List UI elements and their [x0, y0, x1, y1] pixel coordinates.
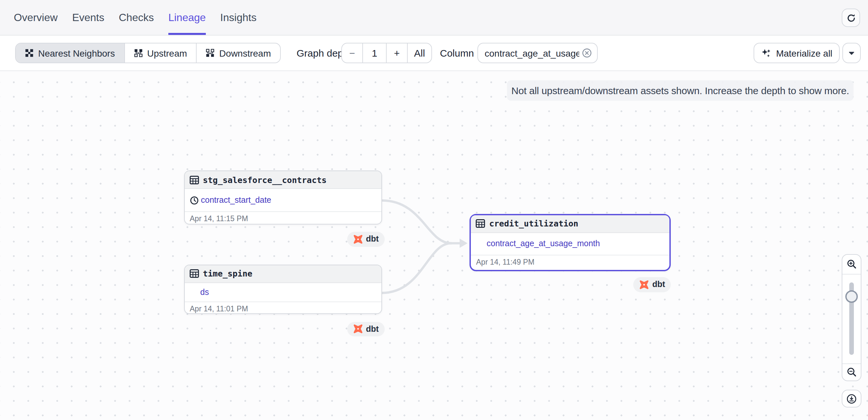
lineage-toolbar: Nearest Neighbors Upstream Downstream Gr… — [0, 35, 868, 71]
zoom-out-icon — [847, 367, 857, 377]
column-filter-pill[interactable]: contract_age_at_usage_ — [477, 43, 598, 63]
materialize-dropdown-button[interactable] — [842, 43, 861, 63]
tab-lineage[interactable]: Lineage — [168, 0, 206, 35]
zoom-in-icon — [847, 259, 857, 269]
dbt-badge: dbt — [347, 232, 385, 247]
nearest-neighbors-icon — [25, 49, 34, 57]
downstream-icon — [206, 49, 215, 57]
dbt-badge-label: dbt — [366, 325, 379, 334]
depth-increment-button[interactable]: + — [386, 44, 408, 62]
view-mode-label: Downstream — [219, 48, 271, 58]
node-timestamp: Apr 14, 11:49 PM — [471, 254, 670, 269]
sparkles-icon — [761, 48, 771, 58]
node-title: stg_salesforce__contracts — [203, 175, 327, 185]
zoom-slider-handle[interactable] — [845, 290, 858, 303]
column-filter-value: contract_age_at_usage_ — [485, 48, 579, 58]
dbt-logo-icon — [353, 234, 363, 244]
node-time-spine[interactable]: time_spine ds Apr 14, 11:01 PM — [184, 264, 382, 314]
table-icon — [475, 219, 485, 228]
view-mode-group: Nearest Neighbors Upstream Downstream — [15, 43, 281, 63]
node-column-row[interactable]: ds — [184, 283, 381, 302]
download-image-button[interactable] — [842, 390, 861, 408]
dbt-badge-label: dbt — [366, 235, 379, 244]
dbt-badge-label: dbt — [652, 280, 665, 289]
view-mode-downstream[interactable]: Downstream — [197, 44, 280, 62]
tab-events[interactable]: Events — [72, 0, 104, 35]
depth-notice: Not all upstream/downstream assets shown… — [507, 80, 854, 101]
node-header[interactable]: credit_utilization — [471, 215, 670, 233]
node-header[interactable]: time_spine — [184, 265, 381, 283]
table-icon — [189, 269, 199, 278]
node-column-row[interactable]: contract_age_at_usage_month — [471, 233, 670, 254]
view-mode-nearest-neighbors[interactable]: Nearest Neighbors — [16, 44, 125, 62]
view-mode-label: Nearest Neighbors — [38, 48, 115, 58]
view-mode-label: Upstream — [147, 48, 187, 58]
refresh-icon — [846, 13, 856, 23]
zoom-out-button[interactable] — [842, 363, 861, 381]
column-name[interactable]: contract_age_at_usage_month — [487, 239, 600, 248]
download-icon — [846, 393, 857, 404]
node-header[interactable]: stg_salesforce__contracts — [184, 171, 381, 189]
chevron-down-icon — [848, 51, 855, 55]
column-name[interactable]: ds — [200, 288, 209, 297]
node-credit-utilization[interactable]: credit_utilization contract_age_at_usage… — [469, 214, 671, 271]
zoom-slider[interactable] — [842, 275, 861, 363]
view-mode-upstream[interactable]: Upstream — [125, 44, 197, 62]
depth-decrement-button[interactable]: − — [342, 44, 363, 62]
upstream-icon — [134, 49, 143, 57]
depth-all-button[interactable]: All — [408, 44, 431, 62]
depth-value[interactable]: 1 — [363, 44, 386, 62]
node-column-row[interactable]: contract_start_date — [184, 189, 381, 211]
table-icon — [189, 175, 199, 185]
node-title: credit_utilization — [489, 219, 578, 228]
materialize-all-label: Materialize all — [776, 48, 832, 58]
lineage-edges — [0, 71, 868, 420]
dbt-logo-icon — [353, 324, 363, 334]
node-stg-salesforce-contracts[interactable]: stg_salesforce__contracts contract_start… — [184, 170, 382, 224]
graph-depth-stepper: − 1 + All — [341, 43, 432, 63]
zoom-in-button[interactable] — [842, 255, 861, 275]
clock-icon — [190, 196, 198, 204]
tab-checks[interactable]: Checks — [119, 0, 154, 35]
node-title: time_spine — [203, 269, 252, 278]
column-label: Column — [440, 43, 474, 63]
node-timestamp: Apr 14, 11:15 PM — [184, 211, 381, 225]
refresh-button[interactable] — [842, 8, 860, 27]
column-name[interactable]: contract_start_date — [201, 196, 271, 205]
zoom-panel — [842, 254, 861, 381]
materialize-all-button[interactable]: Materialize all — [753, 43, 840, 63]
node-timestamp: Apr 14, 11:01 PM — [184, 302, 381, 315]
clear-column-icon[interactable] — [582, 48, 592, 58]
dbt-badge: dbt — [347, 321, 385, 336]
tab-overview[interactable]: Overview — [14, 0, 58, 35]
tab-insights[interactable]: Insights — [220, 0, 256, 35]
dbt-badge: dbt — [633, 277, 671, 292]
top-nav: Overview Events Checks Lineage Insights — [0, 0, 868, 35]
dbt-logo-icon — [639, 280, 649, 290]
lineage-canvas[interactable]: Not all upstream/downstream assets shown… — [0, 71, 868, 420]
lineage-page: Overview Events Checks Lineage Insights … — [0, 0, 868, 420]
